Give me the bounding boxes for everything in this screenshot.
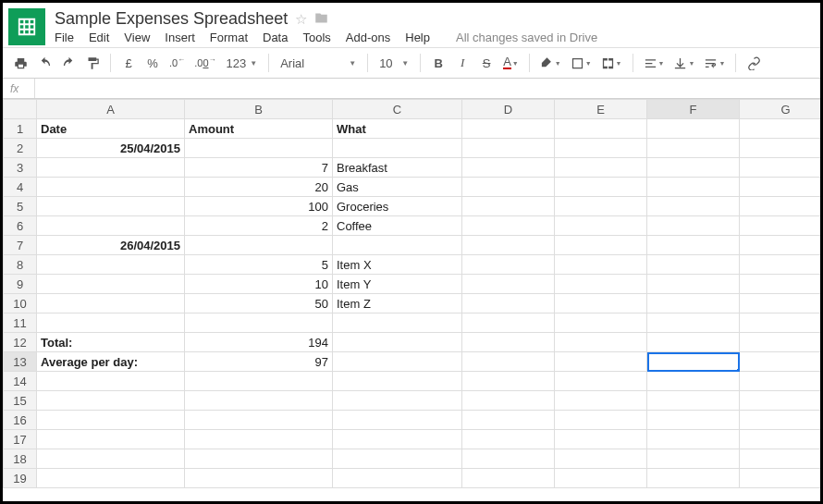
font-select[interactable]: Arial▼	[276, 56, 360, 70]
cell-A17[interactable]	[37, 430, 185, 449]
row-header[interactable]: 17	[4, 430, 37, 449]
cell-C17[interactable]	[333, 430, 462, 449]
cell-G1[interactable]	[740, 119, 824, 139]
cell-B9[interactable]: 10	[185, 275, 333, 294]
cell-E9[interactable]	[555, 275, 647, 294]
menu-data[interactable]: Data	[263, 31, 288, 44]
cell-C19[interactable]	[333, 469, 462, 488]
redo-icon[interactable]	[58, 52, 79, 74]
cell-A12[interactable]: Total:	[37, 333, 185, 352]
document-title[interactable]: Sample Expenses Spreadsheet	[55, 9, 288, 29]
cell-C1[interactable]: What	[333, 119, 462, 139]
cell-D9[interactable]	[462, 275, 555, 294]
cell-D16[interactable]	[462, 411, 555, 430]
cell-F12[interactable]	[647, 333, 740, 352]
cell-F18[interactable]	[647, 449, 740, 469]
cell-D6[interactable]	[462, 216, 555, 236]
row-header[interactable]: 5	[4, 197, 37, 216]
cell-B11[interactable]	[185, 313, 333, 333]
cell-D14[interactable]	[462, 372, 555, 391]
cell-D19[interactable]	[462, 469, 555, 488]
cell-B12[interactable]: 194	[185, 333, 333, 352]
row-header[interactable]: 8	[4, 255, 37, 275]
fill-color-button[interactable]: ▼	[537, 52, 564, 74]
cell-E4[interactable]	[555, 178, 647, 197]
cell-D7[interactable]	[462, 236, 555, 255]
cell-E7[interactable]	[555, 236, 647, 255]
cell-D10[interactable]	[462, 294, 555, 313]
column-header-G[interactable]: G	[740, 100, 824, 119]
menu-help[interactable]: Help	[405, 31, 430, 44]
cell-C7[interactable]	[333, 236, 462, 255]
cell-E17[interactable]	[555, 430, 647, 449]
menu-tools[interactable]: Tools	[302, 31, 330, 44]
cell-B4[interactable]: 20	[185, 178, 333, 197]
row-header[interactable]: 19	[4, 469, 37, 488]
cell-A13[interactable]: Average per day:	[37, 352, 185, 372]
cell-A14[interactable]	[37, 372, 185, 391]
cell-B7[interactable]	[185, 236, 333, 255]
column-header-F[interactable]: F	[647, 100, 740, 119]
select-all-corner[interactable]	[4, 100, 37, 119]
cell-A10[interactable]	[37, 294, 185, 313]
menu-edit[interactable]: Edit	[89, 31, 109, 44]
print-icon[interactable]	[10, 52, 31, 74]
row-header[interactable]: 1	[4, 119, 37, 139]
cell-D12[interactable]	[462, 333, 555, 352]
text-wrap-button[interactable]: ▼	[701, 52, 728, 74]
cell-A15[interactable]	[37, 391, 185, 411]
row-header[interactable]: 12	[4, 333, 37, 352]
cell-F9[interactable]	[647, 275, 740, 294]
row-header[interactable]: 4	[4, 178, 37, 197]
cell-B13[interactable]: 97	[185, 352, 333, 372]
strikethrough-button[interactable]: S	[476, 52, 497, 74]
cell-G3[interactable]	[740, 158, 824, 178]
sheets-logo-icon[interactable]	[8, 8, 45, 45]
cell-B8[interactable]: 5	[185, 255, 333, 275]
cell-F19[interactable]	[647, 469, 740, 488]
cell-B3[interactable]: 7	[185, 158, 333, 178]
cell-G14[interactable]	[740, 372, 824, 391]
cell-F2[interactable]	[647, 139, 740, 158]
format-percent-button[interactable]: %	[142, 52, 163, 74]
cell-E19[interactable]	[555, 469, 647, 488]
cell-E2[interactable]	[555, 139, 647, 158]
cell-E3[interactable]	[555, 158, 647, 178]
cell-F1[interactable]	[647, 119, 740, 139]
cell-E15[interactable]	[555, 391, 647, 411]
merge-cells-button[interactable]: ▼	[598, 52, 625, 74]
menu-file[interactable]: File	[55, 31, 74, 44]
row-header[interactable]: 13	[4, 352, 37, 372]
cell-F8[interactable]	[647, 255, 740, 275]
formula-bar[interactable]: fx	[3, 79, 820, 99]
row-header[interactable]: 14	[4, 372, 37, 391]
menu-addons[interactable]: Add-ons	[346, 31, 390, 44]
cell-E5[interactable]	[555, 197, 647, 216]
cell-C11[interactable]	[333, 313, 462, 333]
menu-insert[interactable]: Insert	[165, 31, 195, 44]
cell-C16[interactable]	[333, 411, 462, 430]
cell-A7[interactable]: 26/04/2015	[37, 236, 185, 255]
more-formats-button[interactable]: 123▼	[223, 56, 262, 70]
cell-D1[interactable]	[462, 119, 555, 139]
cell-D8[interactable]	[462, 255, 555, 275]
cell-A6[interactable]	[37, 216, 185, 236]
cell-G4[interactable]	[740, 178, 824, 197]
cell-B18[interactable]	[185, 449, 333, 469]
cell-A11[interactable]	[37, 313, 185, 333]
cell-E13[interactable]	[555, 352, 647, 372]
cell-C12[interactable]	[333, 333, 462, 352]
cell-G5[interactable]	[740, 197, 824, 216]
cell-F15[interactable]	[647, 391, 740, 411]
cell-A4[interactable]	[37, 178, 185, 197]
cell-F17[interactable]	[647, 430, 740, 449]
cell-E6[interactable]	[555, 216, 647, 236]
cell-F4[interactable]	[647, 178, 740, 197]
cell-D13[interactable]	[462, 352, 555, 372]
cell-A8[interactable]	[37, 255, 185, 275]
cell-G13[interactable]	[740, 352, 824, 372]
cell-E11[interactable]	[555, 313, 647, 333]
cell-G12[interactable]	[740, 333, 824, 352]
cell-G18[interactable]	[740, 449, 824, 469]
cell-A1[interactable]: Date	[37, 119, 185, 139]
